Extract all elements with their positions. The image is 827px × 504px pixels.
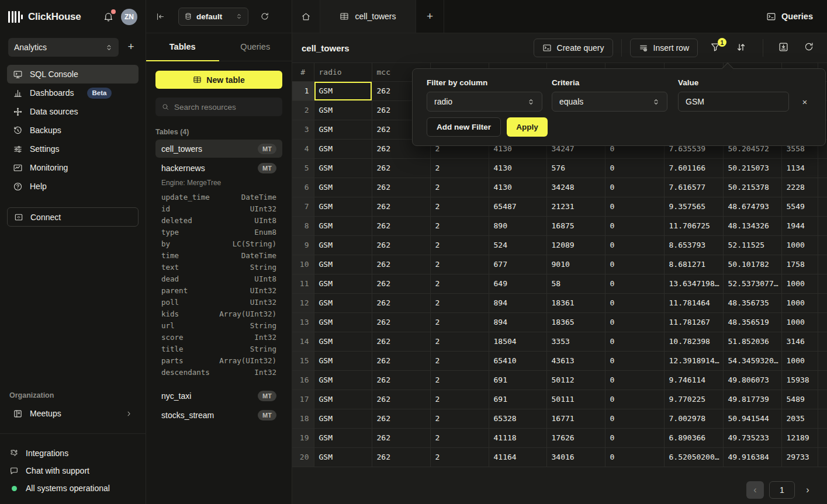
table-list-item-cell-towers[interactable]: cell_towersMT (155, 140, 282, 158)
grid-cell[interactable]: 7.616577 (664, 178, 723, 197)
queries-button[interactable]: Queries (766, 0, 827, 33)
grid-cell[interactable]: 4130 (489, 178, 546, 197)
grid-cell[interactable]: 0 (605, 274, 664, 293)
grid-cell[interactable]: 49.735233 (723, 428, 781, 447)
grid-cell[interactable]: 691 (489, 390, 546, 409)
grid-cell[interactable]: 12089 (546, 235, 605, 255)
grid-cell[interactable]: 2 (430, 351, 489, 370)
grid-cell[interactable]: 50.215073 (723, 158, 781, 178)
grid-cell[interactable]: GSM (314, 351, 372, 370)
tab-cell-towers[interactable]: cell_towers (320, 0, 416, 33)
grid-cell[interactable]: 894 (489, 312, 546, 332)
grid-cell[interactable]: GSM (314, 139, 372, 158)
grid-cell[interactable]: 2 (430, 447, 489, 467)
next-page-button[interactable]: › (800, 481, 815, 499)
grid-cell[interactable]: 58 (546, 274, 605, 293)
add-new-filter-button[interactable]: Add new Filter (427, 117, 501, 137)
grid-cell[interactable]: 1944 (781, 216, 818, 235)
grid-cell[interactable]: GSM (314, 312, 372, 332)
sidebar-item-dashboards[interactable]: DashboardsBeta (7, 84, 139, 102)
grid-cell[interactable]: 2 (430, 332, 489, 351)
grid-cell[interactable]: 29733 (781, 447, 818, 467)
sidebar-item-monitoring[interactable]: Monitoring (7, 158, 139, 177)
grid-cell[interactable]: 649 (489, 274, 546, 293)
grid-cell[interactable]: 49.806073 (723, 370, 781, 390)
grid-cell[interactable]: 50112 (546, 370, 605, 390)
table-list-item-hackernews[interactable]: hackernewsMT (155, 159, 282, 177)
sidebar-item-data-sources[interactable]: Data sources (7, 102, 139, 121)
grid-cell[interactable]: 2 (430, 197, 489, 216)
refresh-database-icon[interactable] (260, 12, 269, 21)
sidebar-item-all-systems-operational[interactable]: All systems operational (9, 479, 136, 497)
grid-cell[interactable]: GSM (314, 235, 372, 255)
refresh-button[interactable] (804, 41, 816, 54)
grid-cell[interactable]: 50.101782 (723, 255, 781, 274)
grid-cell[interactable]: 65487 (489, 197, 546, 216)
grid-cell[interactable]: 262 (372, 274, 430, 293)
grid-cell[interactable]: 9.746114 (664, 370, 723, 390)
grid-cell[interactable]: GSM (314, 370, 372, 390)
grid-cell[interactable]: 6.52050200… (664, 447, 723, 467)
grid-cell[interactable]: 41164 (489, 447, 546, 467)
grid-cell[interactable]: 0 (605, 351, 664, 370)
grid-cell[interactable]: 262 (372, 428, 430, 447)
grid-cell[interactable]: 1000 (781, 312, 818, 332)
grid-cell[interactable]: GSM (314, 255, 372, 274)
grid-cell[interactable]: 4130 (489, 158, 546, 178)
filter-column-select[interactable]: radio (427, 92, 542, 112)
grid-cell[interactable]: 2 (430, 312, 489, 332)
grid-cell[interactable]: 2 (430, 178, 489, 197)
grid-cell[interactable]: 50111 (546, 390, 605, 409)
grid-cell[interactable]: 0 (605, 216, 664, 235)
sidebar-item-meetups[interactable]: Meetups (7, 404, 139, 423)
grid-cell[interactable]: 894 (489, 293, 546, 312)
table-list-item-nyc-taxi[interactable]: nyc_taxiMT (155, 387, 282, 405)
apply-filter-button[interactable]: Apply (507, 117, 548, 137)
new-tab-button[interactable]: + (416, 0, 444, 33)
grid-cell[interactable]: 2228 (781, 178, 818, 197)
grid-cell[interactable]: 9.357565 (664, 197, 723, 216)
grid-cell[interactable]: 43613 (546, 351, 605, 370)
grid-cell[interactable]: 6.890366 (664, 428, 723, 447)
grid-cell[interactable]: 1000 (781, 293, 818, 312)
grid-cell[interactable]: 10.782398 (664, 332, 723, 351)
grid-cell[interactable]: 576 (546, 158, 605, 178)
grid-cell[interactable]: 3146 (781, 332, 818, 351)
grid-cell[interactable]: 0 (605, 370, 664, 390)
grid-cell[interactable]: 34248 (546, 178, 605, 197)
grid-cell[interactable]: 48.356519 (723, 312, 781, 332)
grid-cell[interactable]: GSM (314, 197, 372, 216)
sidebar-item-chat-with-support[interactable]: Chat with support (9, 462, 136, 479)
grid-cell[interactable]: 13.6347198… (664, 274, 723, 293)
grid-cell[interactable]: 691 (489, 370, 546, 390)
grid-cell[interactable]: 0 (605, 235, 664, 255)
grid-cell[interactable]: 65328 (489, 409, 546, 428)
grid-cell[interactable]: GSM (314, 216, 372, 235)
filter-value-input[interactable] (678, 92, 789, 112)
grid-cell[interactable]: 48.674793 (723, 197, 781, 216)
grid-cell[interactable]: GSM (314, 158, 372, 178)
grid-cell[interactable]: 1000 (781, 351, 818, 370)
grid-cell[interactable]: 524 (489, 235, 546, 255)
grid-cell[interactable]: 41118 (489, 428, 546, 447)
grid-cell[interactable]: GSM (314, 428, 372, 447)
tab-queries[interactable]: Queries (219, 33, 292, 61)
grid-cell[interactable]: 18365 (546, 312, 605, 332)
grid-cell[interactable]: 12189 (781, 428, 818, 447)
grid-cell[interactable]: 262 (372, 216, 430, 235)
grid-cell[interactable]: 7.002978 (664, 409, 723, 428)
grid-cell[interactable]: 262 (372, 197, 430, 216)
grid-cell[interactable]: 0 (605, 332, 664, 351)
grid-cell[interactable]: 0 (605, 312, 664, 332)
grid-cell[interactable]: 21231 (546, 197, 605, 216)
grid-cell[interactable]: 11.781464 (664, 293, 723, 312)
grid-cell[interactable]: 262 (372, 332, 430, 351)
grid-cell[interactable]: 2 (430, 428, 489, 447)
grid-cell[interactable]: 1000 (781, 274, 818, 293)
grid-cell[interactable]: GSM (314, 274, 372, 293)
workspace-select[interactable]: Analytics (8, 38, 119, 57)
grid-cell[interactable]: 2 (430, 274, 489, 293)
previous-page-button[interactable]: ‹ (746, 481, 764, 499)
grid-cell[interactable]: 2 (430, 235, 489, 255)
grid-cell[interactable]: GSM (314, 447, 372, 467)
